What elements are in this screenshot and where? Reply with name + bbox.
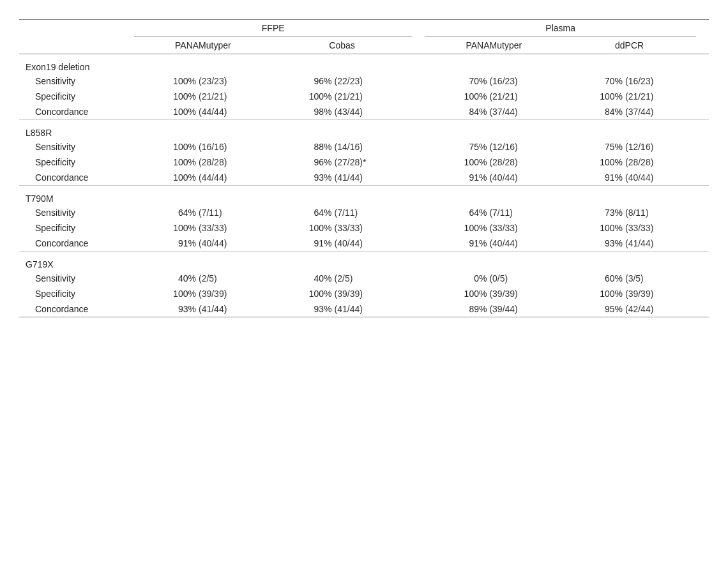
pct-2-0-2: 64%	[425, 205, 488, 220]
frac-0-0-3: (16/23)	[624, 73, 696, 89]
table-row: Specificity100%(33/33)100%(33/33)100%(33…	[19, 220, 709, 236]
pct-3-1-3: 100%	[563, 286, 624, 301]
frac-1-1-3: (28/28)	[624, 155, 696, 170]
pct-1-2-2: 91%	[425, 170, 488, 186]
pct-3-0-2: 0%	[425, 271, 488, 286]
frac-1-2-2: (40/44)	[488, 170, 563, 186]
empty-end-header	[696, 20, 709, 37]
pct-0-2-1: 98%	[272, 104, 333, 120]
frac-0-0-2: (16/23)	[488, 73, 563, 89]
end-spacer-0-2	[696, 104, 709, 120]
empty-sub-header	[19, 37, 134, 54]
section-title-1: L858R	[19, 120, 709, 140]
frac-2-0-3: (8/11)	[624, 205, 696, 220]
pct-0-1-0: 100%	[134, 89, 197, 104]
end-spacer-2-0	[696, 205, 709, 220]
pct-3-2-2: 89%	[425, 301, 488, 317]
frac-0-2-2: (37/44)	[488, 104, 563, 120]
pct-2-2-3: 93%	[563, 236, 624, 252]
pct-1-2-0: 100%	[134, 170, 197, 186]
frac-3-0-1: (2/5)	[333, 271, 413, 286]
frac-2-1-2: (33/33)	[488, 220, 563, 236]
section-header-0: Exon19 deletion	[19, 54, 709, 74]
plasma-panam-header: PANAMutyper	[425, 37, 563, 54]
frac-0-2-0: (44/44)	[197, 104, 272, 120]
pct-1-1-2: 100%	[425, 155, 488, 170]
spacer-2-1	[412, 220, 425, 236]
row-label-1-0: Sensitivity	[19, 139, 134, 155]
frac-1-0-2: (12/16)	[488, 139, 563, 155]
cobas-header: Cobas	[272, 37, 413, 54]
frac-3-1-2: (39/39)	[488, 286, 563, 301]
ffpe-panam-header: PANAMutyper	[134, 37, 272, 54]
pct-2-0-0: 64%	[134, 205, 197, 220]
frac-0-1-3: (21/21)	[624, 89, 696, 104]
spacer-0-1	[412, 89, 425, 104]
pct-3-1-2: 100%	[425, 286, 488, 301]
row-label-0-0: Sensitivity	[19, 73, 134, 89]
frac-1-2-1: (41/44)	[333, 170, 413, 186]
end-spacer-3-0	[696, 271, 709, 286]
end-sub	[696, 37, 709, 54]
end-spacer-2-2	[696, 236, 709, 252]
pct-3-0-0: 40%	[134, 271, 197, 286]
end-spacer-3-2	[696, 301, 709, 317]
table-wrapper: FFPE Plasma PANAMutyper Cobas PANAMutype…	[19, 19, 709, 317]
pct-1-0-0: 100%	[134, 139, 197, 155]
table-row: Concordance100%(44/44)98%(43/44)84%(37/4…	[19, 104, 709, 120]
frac-0-2-1: (43/44)	[333, 104, 413, 120]
empty-spacer-header	[412, 20, 425, 37]
frac-2-1-3: (33/33)	[624, 220, 696, 236]
empty-header	[19, 20, 134, 37]
frac-3-2-0: (41/44)	[197, 301, 272, 317]
frac-1-0-3: (12/16)	[624, 139, 696, 155]
pct-1-2-3: 91%	[563, 170, 624, 186]
frac-2-2-0: (40/44)	[197, 236, 272, 252]
frac-0-2-3: (37/44)	[624, 104, 696, 120]
table-row: Concordance93%(41/44)93%(41/44)89%(39/44…	[19, 301, 709, 317]
spacer-3-2	[412, 301, 425, 317]
frac-3-1-3: (39/39)	[624, 286, 696, 301]
frac-1-1-0: (28/28)	[197, 155, 272, 170]
pct-2-1-0: 100%	[134, 220, 197, 236]
pct-2-0-1: 64%	[272, 205, 333, 220]
pct-0-1-2: 100%	[425, 89, 488, 104]
row-label-3-1: Specificity	[19, 286, 134, 301]
pct-0-2-2: 84%	[425, 104, 488, 120]
pct-0-2-0: 100%	[134, 104, 197, 120]
frac-2-1-0: (33/33)	[197, 220, 272, 236]
row-label-0-1: Specificity	[19, 89, 134, 104]
frac-3-2-2: (39/44)	[488, 301, 563, 317]
spacer-sub	[412, 37, 425, 54]
frac-0-1-0: (21/21)	[197, 89, 272, 104]
frac-1-1-1: (27/28)*	[333, 155, 413, 170]
header-group-row: FFPE Plasma	[19, 20, 709, 37]
row-label-0-2: Concordance	[19, 104, 134, 120]
pct-0-0-1: 96%	[272, 73, 333, 89]
frac-0-1-2: (21/21)	[488, 89, 563, 104]
section-title-0: Exon19 deletion	[19, 54, 709, 74]
pct-0-1-3: 100%	[563, 89, 624, 104]
pct-2-0-3: 73%	[563, 205, 624, 220]
frac-0-1-1: (21/21)	[333, 89, 413, 104]
pct-0-2-3: 84%	[563, 104, 624, 120]
end-spacer-1-2	[696, 170, 709, 186]
pct-2-1-2: 100%	[425, 220, 488, 236]
frac-1-2-3: (40/44)	[624, 170, 696, 186]
frac-1-0-0: (16/16)	[197, 139, 272, 155]
table-row: Sensitivity100%(16/16)88%(14/16)75%(12/1…	[19, 139, 709, 155]
spacer-0-0	[412, 73, 425, 89]
row-label-2-0: Sensitivity	[19, 205, 134, 220]
pct-1-1-0: 100%	[134, 155, 197, 170]
end-spacer-3-1	[696, 286, 709, 301]
spacer-3-0	[412, 271, 425, 286]
frac-2-1-1: (33/33)	[333, 220, 413, 236]
pct-1-0-2: 75%	[425, 139, 488, 155]
pct-2-2-0: 91%	[134, 236, 197, 252]
frac-2-2-3: (41/44)	[624, 236, 696, 252]
row-label-1-2: Concordance	[19, 170, 134, 186]
frac-2-2-2: (40/44)	[488, 236, 563, 252]
section-title-2: T790M	[19, 186, 709, 206]
frac-1-1-2: (28/28)	[488, 155, 563, 170]
table-row: Sensitivity40%(2/5)40%(2/5)0%(0/5)60%(3/…	[19, 271, 709, 286]
